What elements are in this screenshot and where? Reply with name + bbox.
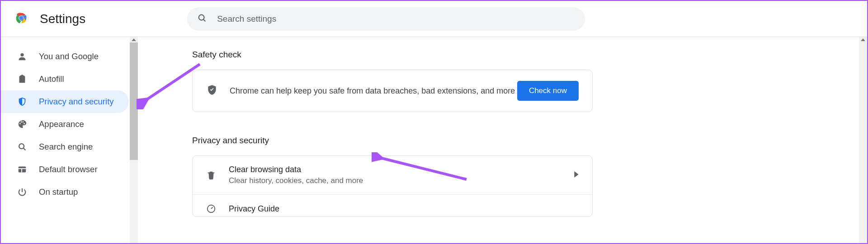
svg-line-15 (211, 207, 213, 209)
palette-icon (17, 119, 29, 129)
svg-point-4 (199, 14, 204, 20)
row-subtitle: Clear history, cookies, cache, and more (229, 176, 574, 185)
svg-point-3 (19, 16, 23, 19)
browser-icon (17, 164, 29, 174)
person-icon (17, 52, 29, 61)
scroll-thumb[interactable] (130, 42, 138, 160)
header: Settings (1, 1, 867, 37)
scroll-up-icon (861, 38, 865, 41)
sidebar-item-default-browser[interactable]: Default browser (1, 158, 129, 181)
svg-point-7 (19, 144, 24, 149)
privacy-security-heading: Privacy and security (192, 136, 867, 145)
sidebar-item-label: Appearance (39, 119, 84, 129)
shield-check-icon (206, 84, 218, 98)
sidebar-item-label: You and Google (39, 52, 99, 61)
row-title: Clear browsing data (229, 165, 574, 174)
safety-check-card: Chrome can help keep you safe from data … (192, 70, 593, 112)
sidebar-item-label: On startup (39, 187, 78, 197)
safety-check-heading: Safety check (192, 50, 867, 60)
gauge-icon (206, 204, 217, 214)
row-title: Privacy Guide (229, 204, 579, 214)
content-area: Safety check Chrome can help keep you sa… (138, 37, 867, 244)
sidebar-item-label: Privacy and security (39, 97, 114, 107)
safety-check-text: Chrome can help keep you safe from data … (230, 86, 517, 96)
privacy-guide-row[interactable]: Privacy Guide (193, 195, 592, 216)
shield-icon (17, 97, 29, 107)
search-icon (197, 13, 207, 25)
svg-line-5 (203, 19, 205, 21)
sidebar-item-search-engine[interactable]: Search engine (1, 136, 129, 158)
sidebar-scrollbar[interactable] (130, 37, 138, 244)
clipboard-icon (17, 74, 29, 84)
clear-browsing-data-row[interactable]: Clear browsing data Clear history, cooki… (193, 156, 592, 195)
power-icon (17, 187, 29, 197)
sidebar-item-label: Autofill (39, 74, 64, 84)
search-input[interactable] (217, 14, 575, 24)
chrome-logo-icon (14, 10, 40, 28)
svg-point-6 (20, 53, 24, 56)
sidebar-item-autofill[interactable]: Autofill (1, 68, 129, 90)
sidebar-item-you-and-google[interactable]: You and Google (1, 45, 129, 68)
trash-icon (206, 170, 217, 180)
sidebar-item-appearance[interactable]: Appearance (1, 113, 129, 136)
privacy-security-card: Clear browsing data Clear history, cooki… (192, 155, 593, 217)
sidebar-item-label: Search engine (39, 142, 93, 152)
scroll-up-icon (132, 38, 136, 41)
content-scrollbar[interactable] (859, 37, 867, 244)
page-title: Settings (40, 12, 85, 26)
search-box[interactable] (187, 7, 585, 31)
svg-line-8 (24, 148, 26, 150)
sidebar-item-privacy-security[interactable]: Privacy and security (1, 90, 129, 113)
sidebar: You and Google Autofill Privacy and secu… (1, 37, 138, 244)
search-icon (17, 142, 29, 152)
chevron-right-icon (574, 171, 579, 179)
check-now-button[interactable]: Check now (517, 81, 579, 101)
sidebar-item-label: Default browser (39, 164, 98, 174)
sidebar-item-on-startup[interactable]: On startup (1, 181, 129, 203)
